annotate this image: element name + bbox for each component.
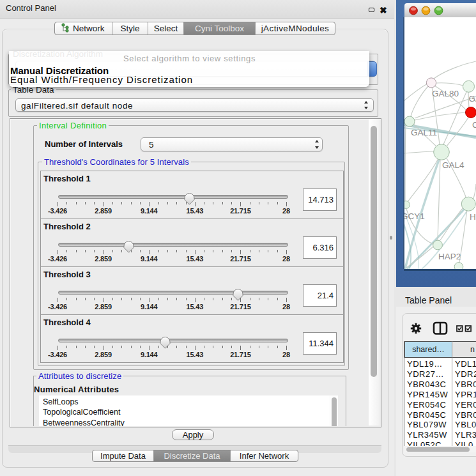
svg-text:GAL11: GAL11 (411, 128, 437, 137)
svg-text:C: C (472, 120, 476, 130)
svg-text:H: H (470, 212, 476, 222)
svg-text:HAP2: HAP2 (438, 252, 461, 261)
svg-text:GAL80: GAL80 (432, 89, 459, 98)
svg-text:GAL4: GAL4 (442, 160, 464, 170)
svg-text:GA: GA (469, 94, 476, 104)
svg-text:GCY1: GCY1 (404, 211, 425, 221)
